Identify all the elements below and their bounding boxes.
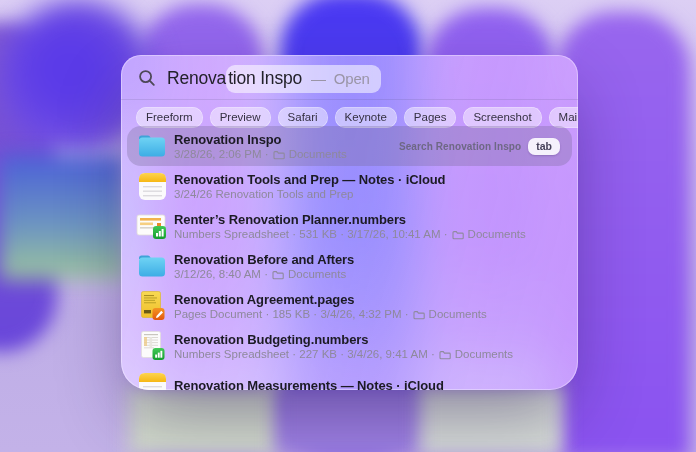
result-meta: Numbers Spreadsheet · 227 KB · 3/4/26, 9… (174, 348, 435, 361)
numbers-spreadsheet-icon (134, 329, 170, 363)
result-title: Renovation Budgeting.numbers (174, 332, 513, 347)
result-title: Renovation Before and Afters (174, 252, 354, 267)
result-row[interactable]: Renter’s Renovation Planner.numbers Numb… (127, 206, 572, 246)
filter-keynote[interactable]: Keynote (335, 107, 397, 128)
result-row[interactable]: Renovation Tools and Prep — Notes · iClo… (127, 166, 572, 206)
result-title: Renter’s Renovation Planner.numbers (174, 212, 526, 227)
result-meta: Numbers Spreadsheet · 531 KB · 3/17/26, … (174, 228, 448, 241)
action-label: Search Renovation Inspo (399, 141, 521, 152)
filter-pages[interactable]: Pages (404, 107, 457, 128)
divider (121, 99, 578, 100)
spotlight-panel: Renovation Inspo—Open Freeform Preview S… (121, 55, 578, 390)
action-hint: Open (334, 70, 370, 87)
result-title: Renovation Measurements — Notes · iCloud (174, 378, 444, 390)
search-text: Renovation Inspo—Open (167, 68, 381, 89)
result-location: Documents (468, 228, 526, 241)
folder-icon (134, 129, 170, 163)
tab-key-badge: tab (528, 138, 560, 155)
wallpaper-band (128, 386, 280, 452)
pages-document-icon (134, 289, 170, 323)
filter-mail[interactable]: Mail (549, 107, 578, 128)
notes-icon (134, 169, 170, 203)
filter-bar: Freeform Preview Safari Keynote Pages Sc… (136, 107, 578, 128)
folder-small-icon (452, 230, 464, 240)
result-row[interactable]: Renovation Budgeting.numbers Numbers Spr… (127, 326, 572, 366)
results-list: Renovation Inspo 3/28/26, 2:06 PM · Docu… (127, 126, 572, 390)
filter-safari[interactable]: Safari (278, 107, 328, 128)
folder-small-icon (273, 150, 285, 160)
filter-preview[interactable]: Preview (210, 107, 271, 128)
search-icon (138, 69, 156, 87)
desktop: Renovation Inspo—Open Freeform Preview S… (0, 0, 696, 452)
folder-small-icon (272, 270, 284, 280)
wallpaper-corner (0, 155, 126, 279)
folder-small-icon (439, 350, 451, 360)
numbers-spreadsheet-icon (134, 209, 170, 243)
filter-screenshot[interactable]: Screenshot (463, 107, 541, 128)
result-row[interactable]: Renovation Before and Afters 3/12/26, 8:… (127, 246, 572, 286)
search-typed: Renova (167, 68, 226, 89)
result-title: Renovation Tools and Prep — Notes · iClo… (174, 172, 445, 187)
result-row[interactable]: Renovation Agreement.pages Pages Documen… (127, 286, 572, 326)
folder-icon (134, 249, 170, 283)
filter-freeform[interactable]: Freeform (136, 107, 203, 128)
result-meta: 3/24/26 Renovation Tools and Prep (174, 188, 353, 201)
result-location: Documents (429, 308, 487, 321)
result-meta: 3/12/26, 8:40 AM · (174, 268, 268, 281)
notes-icon (134, 369, 170, 390)
hint-separator: — (311, 70, 326, 87)
result-title: Renovation Agreement.pages (174, 292, 487, 307)
result-title: Renovation Inspo (174, 132, 347, 147)
result-row[interactable]: Renovation Measurements — Notes · iCloud (127, 366, 572, 390)
search-completion-pill: tion Inspo—Open (226, 65, 381, 93)
search-input[interactable]: Renovation Inspo—Open (121, 55, 578, 92)
folder-small-icon (413, 310, 425, 320)
result-meta: 3/28/26, 2:06 PM · (174, 148, 269, 161)
search-completion: tion Inspo (228, 68, 302, 89)
wallpaper-band (276, 386, 424, 452)
result-row[interactable]: Renovation Inspo 3/28/26, 2:06 PM · Docu… (127, 126, 572, 166)
result-location: Documents (455, 348, 513, 361)
result-location: Documents (288, 268, 346, 281)
wallpaper-band (420, 386, 562, 452)
result-meta: Pages Document · 185 KB · 3/4/26, 4:32 P… (174, 308, 409, 321)
result-location: Documents (289, 148, 347, 161)
